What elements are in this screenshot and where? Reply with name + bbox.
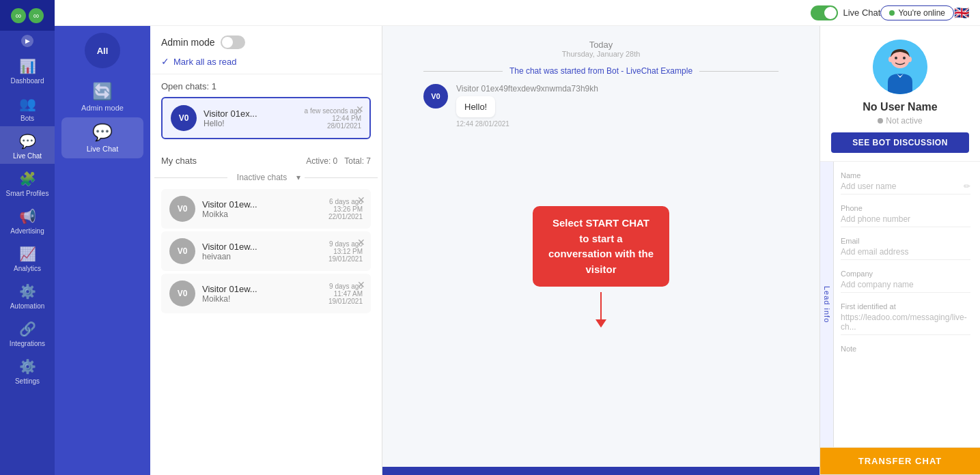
live-chat-label: Live Chat bbox=[843, 8, 881, 18]
nav-collapse-btn[interactable]: ▶ bbox=[21, 35, 33, 47]
start-chat-button[interactable]: START CHAT bbox=[382, 467, 820, 475]
tooltip-arrow bbox=[596, 292, 606, 328]
chat-item-name: Visitor 01ew... bbox=[202, 199, 322, 210]
all-button[interactable]: All bbox=[85, 33, 120, 68]
message-time: 12:44 28/01/2021 bbox=[456, 120, 598, 128]
chat-bottom-bar: START CHAT bbox=[382, 467, 820, 475]
inactive-chevron-icon[interactable]: ▾ bbox=[296, 173, 300, 182]
chat-item[interactable]: V0 Visitor 01ew... heivaan 9 days ago 13… bbox=[161, 231, 371, 271]
online-dot bbox=[889, 10, 895, 16]
lead-field-email: Email Add email address bbox=[841, 237, 970, 260]
analytics-icon: 📈 bbox=[19, 246, 36, 262]
sidebar-item-live-chat[interactable]: 💬 Live Chat bbox=[0, 126, 55, 164]
chat-date-header: Today Thursday, January 28th bbox=[423, 40, 779, 58]
nav-logo[interactable]: ∞ ∞ bbox=[0, 0, 55, 31]
chat-item-msg: Hello! bbox=[204, 119, 298, 128]
chat-item[interactable]: V0 Visitor 01ew... Moikka! 9 days ago 11… bbox=[161, 274, 371, 313]
admin-mode-row: Admin mode bbox=[161, 35, 371, 49]
integrations-icon: 🔗 bbox=[19, 321, 36, 337]
admin-mode-label: Admin mode bbox=[161, 37, 215, 48]
chat-system-message: The chat was started from Bot - LiveChat… bbox=[423, 66, 779, 76]
total-count: Total: 7 bbox=[344, 156, 371, 166]
middle-item-live-chat-label: Live Chat bbox=[87, 145, 118, 153]
admin-mode-icon: 🔄 bbox=[92, 82, 113, 101]
chat-item-msg: Moikka bbox=[202, 210, 322, 219]
lead-field-first-identified: First identified at https://leadoo.com/m… bbox=[841, 302, 970, 335]
sidebar-item-settings[interactable]: ⚙️ Settings bbox=[0, 351, 55, 389]
middle-item-live-chat[interactable]: 💬 Live Chat bbox=[61, 117, 143, 158]
avatar: V0 bbox=[171, 105, 197, 131]
user-avatar bbox=[873, 40, 927, 94]
chat-list-header: Admin mode ✓ Mark all as read bbox=[150, 26, 382, 74]
message-bubble: Hello! bbox=[456, 96, 495, 117]
lead-info-wrapper: Lead info Name Add user name ✏ Phone bbox=[820, 162, 980, 447]
mark-all-read-button[interactable]: ✓ Mark all as read bbox=[161, 56, 371, 67]
chat-item-body: Visitor 01ex... Hello! bbox=[204, 109, 298, 128]
chat-date-label: Today bbox=[423, 40, 779, 50]
chat-item-close-icon[interactable]: ✕ bbox=[357, 279, 365, 290]
system-line-right bbox=[699, 71, 779, 72]
avatar: V0 bbox=[169, 196, 195, 222]
bots-icon: 👥 bbox=[19, 96, 36, 112]
live-chat-toggle[interactable] bbox=[811, 5, 838, 20]
svg-point-2 bbox=[895, 57, 897, 59]
user-status: Not active bbox=[878, 116, 922, 126]
online-status-badge[interactable]: You're online bbox=[880, 5, 954, 20]
sidebar-item-smart-profiles[interactable]: 🧩 Smart Profiles bbox=[0, 164, 55, 201]
sidebar-item-advertising[interactable]: 📢 Advertising bbox=[0, 201, 55, 239]
inactive-chats-label: Inactive chats bbox=[232, 173, 292, 182]
chat-item-meta: a few seconds ago 12:44 PM 28/01/2021 bbox=[305, 107, 361, 130]
middle-item-admin[interactable]: 🔄 Admin mode bbox=[61, 76, 143, 117]
sidebar-item-integrations[interactable]: 🔗 Integrations bbox=[0, 314, 55, 351]
chat-item[interactable]: V0 Visitor 01ew... Moikka 6 days ago 13:… bbox=[161, 189, 371, 229]
first-identified-link[interactable]: https://leadoo.com/messaging/live-ch... bbox=[841, 313, 970, 335]
tooltip-overlay: Select START CHAT to start a conversatio… bbox=[533, 206, 669, 287]
open-chats-section: Open chats: 1 V0 Visitor 01ex... Hello! … bbox=[150, 74, 382, 149]
lead-field-phone: Phone Add phone number bbox=[841, 204, 970, 227]
user-name: No User Name bbox=[863, 101, 937, 113]
chat-item-body: Visitor 01ew... Moikka! bbox=[202, 284, 322, 304]
chat-item-close-icon[interactable]: ✕ bbox=[357, 237, 365, 248]
name-edit-icon[interactable]: ✏ bbox=[964, 182, 970, 191]
active-count: Active: 0 bbox=[306, 156, 337, 166]
chat-item-name: Visitor 01ew... bbox=[202, 242, 322, 252]
chat-item-body: Visitor 01ew... heivaan bbox=[202, 242, 322, 261]
svg-point-4 bbox=[888, 57, 893, 62]
sidebar-item-bots[interactable]: 👥 Bots bbox=[0, 89, 55, 126]
message-avatar: V0 bbox=[423, 84, 448, 109]
avatar: V0 bbox=[169, 238, 195, 264]
svg-point-5 bbox=[908, 57, 912, 62]
phone-value: Add phone number bbox=[841, 214, 910, 224]
chat-list-panel: Admin mode ✓ Mark all as read Open chats… bbox=[150, 26, 382, 475]
status-dot bbox=[878, 118, 883, 124]
lead-field-company: Company Add company name bbox=[841, 270, 970, 293]
see-bot-discussion-button[interactable]: SEE BOT DISCUSSION bbox=[831, 132, 969, 153]
sidebar-item-automation[interactable]: ⚙️ Automation bbox=[0, 276, 55, 314]
chat-item-msg: Moikka! bbox=[202, 294, 322, 304]
admin-mode-toggle[interactable] bbox=[221, 35, 245, 49]
chat-date-full: Thursday, January 28th bbox=[423, 50, 779, 58]
sidebar-item-analytics[interactable]: 📈 Analytics bbox=[0, 239, 55, 276]
inactive-chats-list: V0 Visitor 01ew... Moikka 6 days ago 13:… bbox=[150, 186, 382, 319]
lead-info-tab[interactable]: Lead info bbox=[820, 162, 834, 447]
tooltip-arrow-head bbox=[596, 319, 606, 328]
chat-item-name: Visitor 01ex... bbox=[204, 109, 298, 119]
mark-read-icon: ✓ bbox=[161, 56, 169, 67]
language-flag[interactable]: 🇬🇧 bbox=[954, 5, 969, 20]
sidebar-item-dashboard[interactable]: 📊 Dashboard bbox=[0, 51, 55, 89]
online-status-label: You're online bbox=[898, 8, 945, 18]
lead-note: Note bbox=[841, 345, 970, 353]
mark-all-read-label: Mark all as read bbox=[173, 57, 236, 67]
user-status-label: Not active bbox=[886, 116, 922, 126]
chat-item-name: Visitor 01ew... bbox=[202, 284, 322, 294]
chat-item-close-icon[interactable]: ✕ bbox=[357, 195, 365, 205]
chat-system-text[interactable]: The chat was started from Bot - LiveChat… bbox=[509, 66, 692, 76]
lead-field-name: Name Add user name ✏ bbox=[841, 171, 970, 195]
live-chat-icon: 💬 bbox=[19, 133, 36, 149]
chat-item-close-icon[interactable]: ✕ bbox=[356, 104, 364, 115]
middle-bar: All 🔄 Admin mode 💬 Live Chat bbox=[55, 26, 150, 475]
my-chats-badges: Active: 0 Total: 7 bbox=[306, 156, 371, 166]
chat-item[interactable]: V0 Visitor 01ex... Hello! a few seconds … bbox=[161, 97, 371, 139]
right-bottom-bar: TRANSFER CHAT END DISCUSSION bbox=[820, 447, 980, 475]
transfer-chat-button[interactable]: TRANSFER CHAT bbox=[820, 448, 980, 474]
